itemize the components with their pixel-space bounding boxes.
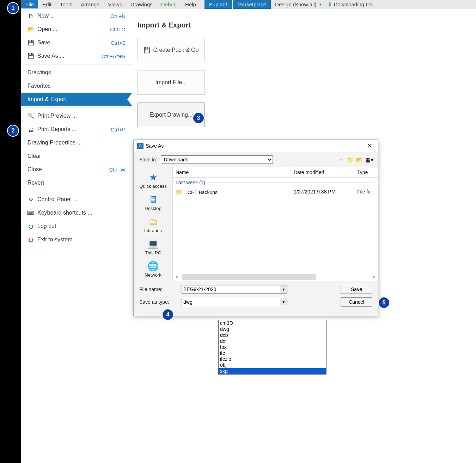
file-keyboard-shortcuts[interactable]: ⌨ Keyboard shortcuts ... [21,206,132,220]
folder-icon: 📁 [176,189,183,196]
view-menu-icon[interactable]: ▦▾ [365,156,372,163]
file-import-export[interactable]: Import & Export [21,93,132,106]
col-name[interactable]: Name [173,167,291,177]
label: This PC [145,250,161,255]
scroll-right-icon[interactable]: > [371,274,377,280]
save-type-dropdown[interactable]: dwg ▼ [182,298,287,306]
file-save-as[interactable]: 💾 Save As ... Ctrl+Alt+S [21,49,132,63]
save-icon: 💾 [144,47,151,54]
type-option[interactable]: ifczip [219,356,326,362]
file-print-preview[interactable]: 🔍 Print Preview ... [21,109,132,123]
type-option[interactable]: dwg [219,326,326,332]
save-type-options: cm3D dwg dxb dxf fbx ifc ifczip obj skp [218,320,327,375]
label: Quick access [139,184,166,189]
dialog-titlebar: G Save As ✕ [134,140,378,152]
menu-views[interactable]: Views [104,0,126,8]
power-icon: ⏻ [28,223,34,229]
shortcut: Ctrl+W [109,167,126,173]
new-folder-icon[interactable]: 📂 [356,156,363,163]
scroll-left-icon[interactable]: < [174,274,180,280]
group-last-week[interactable]: Last week (1) [173,178,378,187]
type-option[interactable]: dxf [219,338,326,344]
back-icon[interactable]: ← [338,156,345,163]
type-option[interactable]: ifc [219,350,326,356]
menu-help[interactable]: Help [181,0,200,8]
type-option-selected[interactable]: skp [219,368,326,374]
file-name: _CET Backups [185,190,218,195]
file-favorites[interactable]: Favorites [21,79,132,93]
label: Export Drawing... [149,112,193,118]
shortcut: Ctrl+P [111,126,126,132]
column-headers[interactable]: Name Date modified Type [173,167,378,178]
col-type[interactable]: Type [354,167,378,177]
file-save-as-label: Save As ... [37,53,64,59]
menu-edit[interactable]: Edit [38,0,56,8]
page-title: Import & Export [138,21,476,29]
file-revert[interactable]: Revert [21,176,132,190]
shortcut: Ctrl+N [110,13,126,19]
label: Create Pack & Go [153,47,199,53]
menu-arrange[interactable]: Arrange [77,0,104,8]
file-date: 1/27/2021 9:38 PM [294,189,357,196]
support-button[interactable]: Support [205,0,232,9]
callout-3: 3 [193,113,204,123]
chevron-down-icon[interactable]: ▼ [280,285,287,293]
close-button[interactable]: ✕ [365,142,374,150]
design-dropdown[interactable]: Design (Show all) ▼ [271,0,326,8]
app-icon: G [137,143,144,149]
file-row[interactable]: 📁_CET Backups 1/27/2021 9:38 PM File fo [173,187,378,197]
save-button[interactable]: Save [341,285,372,294]
file-name-input[interactable]: BEG9-21-2020 ▼ [182,285,287,294]
file-open[interactable]: 📂 Open ... Ctrl+O [21,23,132,36]
type-option[interactable]: cm3D [219,320,326,326]
file-save[interactable]: 💾 Save Ctrl+S [21,36,132,49]
label: Keyboard shortcuts ... [37,210,92,216]
save-in-dropdown[interactable]: Downloads [161,155,273,164]
file-new-label: New ... [37,13,55,19]
file-exit[interactable]: ⏻ Exit to system [21,233,132,246]
place-desktop[interactable]: 🖥Desktop [134,192,172,212]
chevron-down-icon[interactable]: ▼ [280,298,287,306]
scrollbar-track[interactable] [182,274,316,280]
file-control-panel[interactable]: ⚙ Control Panel ... [21,193,132,206]
file-close[interactable]: Close Ctrl+W [21,163,132,176]
group-label: Last week (1) [176,180,205,185]
menu-debug[interactable]: Debug [157,0,181,8]
horizontal-scrollbar[interactable]: < > [173,273,378,281]
file-print-reports[interactable]: 🖨 Print Reports ... Ctrl+P [21,123,132,136]
file-clear[interactable]: Clear [21,149,132,163]
col-date[interactable]: Date modified [291,167,354,177]
place-network[interactable]: 🌐Network [134,258,172,279]
callout-1: 1 [8,3,18,13]
menu-drawings[interactable]: Drawings [126,0,157,8]
file-drawings[interactable]: Drawings [21,66,132,79]
label: Favorites [28,83,51,89]
label: Print Preview ... [37,113,77,119]
menu-tools[interactable]: Tools [56,0,77,8]
file-log-out[interactable]: ⏻ Log out [21,220,132,233]
cancel-button[interactable]: Cancel [341,297,372,307]
import-file-button[interactable]: Import File... [138,70,205,95]
place-quick-access[interactable]: ★Quick access [134,169,172,190]
save-type-value: dwg [183,299,193,305]
file-drawing-properties[interactable]: Drawing Properties ... [21,136,132,149]
pc-icon: 💻 [146,237,160,250]
type-option[interactable]: dxb [219,332,326,338]
label: Exit to system [37,236,73,243]
marketplace-button[interactable]: Marketplace [233,0,271,9]
label: Control Panel ... [37,196,78,203]
label: Desktop [145,206,161,211]
type-option[interactable]: fbx [219,344,326,350]
new-file-icon: 🗋 [28,13,34,19]
file-name-value: BEG9-21-2020 [183,286,216,292]
place-libraries[interactable]: 🗂Libraries [134,214,172,235]
downloading-text: Downloading Ca [334,1,372,7]
type-option[interactable]: obj [219,362,326,368]
file-new[interactable]: 🗋 New ... Ctrl+N [21,9,132,23]
create-pack-go-button[interactable]: 💾 Create Pack & Go [138,38,205,62]
label: Import File... [155,79,187,86]
menu-file[interactable]: File [21,0,38,8]
up-folder-icon[interactable]: 📁 [347,156,354,163]
place-this-pc[interactable]: 💻This PC [134,236,172,257]
power-icon: ⏻ [28,236,34,243]
